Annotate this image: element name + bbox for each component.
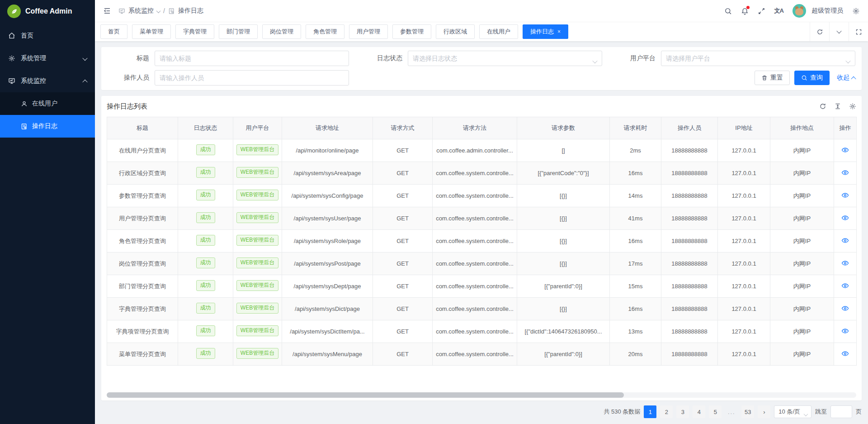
- cell-handler: com.coffee.system.controlle...: [433, 207, 517, 230]
- page-number-button[interactable]: 3: [676, 405, 689, 418]
- breadcrumb-parent[interactable]: 系统监控: [128, 7, 154, 15]
- table-tools: [819, 103, 856, 110]
- title-input[interactable]: [155, 51, 349, 66]
- maximize-icon[interactable]: [849, 22, 868, 41]
- page-number-button[interactable]: ...: [725, 405, 738, 418]
- cell-operator: 18888888888: [661, 185, 718, 207]
- user-name[interactable]: 超级管理员: [811, 7, 843, 15]
- search-icon[interactable]: [724, 7, 732, 15]
- view-detail-button[interactable]: [834, 252, 857, 275]
- cell-title: 部门管理分页查询: [107, 275, 178, 298]
- view-detail-button[interactable]: [834, 230, 857, 252]
- user-platform-select[interactable]: [661, 51, 855, 66]
- scrollbar-thumb[interactable]: [107, 392, 624, 398]
- page-number-button[interactable]: 5: [709, 405, 722, 418]
- view-detail-button[interactable]: [834, 298, 857, 320]
- view-detail-button[interactable]: [834, 162, 857, 185]
- topbar: 系统监控 / 操作日志 文A 超级管理员: [95, 0, 868, 22]
- chevron-down-icon[interactable]: [829, 22, 849, 41]
- eye-icon: [841, 259, 849, 267]
- cell-request-method: GET: [373, 230, 433, 252]
- view-detail-button[interactable]: [834, 343, 857, 366]
- cell-status: 成功: [178, 185, 233, 207]
- next-page-button[interactable]: ›: [758, 405, 770, 418]
- horizontal-scrollbar[interactable]: [107, 392, 856, 398]
- tab[interactable]: 岗位管理: [262, 24, 301, 39]
- view-detail-button[interactable]: [834, 320, 857, 343]
- row-height-icon[interactable]: [834, 103, 841, 110]
- tab[interactable]: 角色管理: [306, 24, 344, 39]
- cell-location: 内网IP: [770, 343, 834, 366]
- gear-icon[interactable]: [849, 103, 856, 110]
- chevron-up-icon: [852, 74, 855, 81]
- translate-icon[interactable]: 文A: [774, 7, 783, 15]
- avatar[interactable]: [793, 4, 806, 18]
- cell-ip: 127.0.0.1: [718, 162, 770, 185]
- tab[interactable]: 参数管理: [392, 24, 431, 39]
- cell-operator: 18888888888: [661, 252, 718, 275]
- reset-button[interactable]: 重置: [755, 71, 790, 85]
- chevron-down-icon: [157, 7, 160, 14]
- tab[interactable]: 菜单管理: [132, 24, 171, 39]
- notification-bell-icon[interactable]: [741, 7, 749, 15]
- cell-title: 菜单管理分页查询: [107, 343, 178, 366]
- view-detail-button[interactable]: [834, 275, 857, 298]
- column-header: 日志状态: [178, 117, 233, 139]
- collapse-sidebar-icon[interactable]: [103, 7, 111, 15]
- search-button[interactable]: 查询: [794, 71, 830, 85]
- sidebar-item-operation-log[interactable]: 操作日志: [0, 115, 95, 138]
- tab[interactable]: 首页: [100, 24, 127, 39]
- refresh-icon[interactable]: [819, 103, 826, 110]
- cell-request-method: GET: [373, 162, 433, 185]
- view-detail-button[interactable]: [834, 139, 857, 162]
- sidebar-item-system-management[interactable]: 系统管理: [0, 47, 95, 70]
- tab-close-icon[interactable]: ×: [557, 29, 561, 34]
- tab[interactable]: 在线用户: [479, 24, 518, 39]
- page-number-button[interactable]: 1: [644, 405, 656, 418]
- filter-panel: 标题 日志状态 用户平台: [101, 47, 862, 90]
- view-detail-button[interactable]: [834, 207, 857, 230]
- gear-icon: [8, 55, 15, 62]
- tab[interactable]: 字典管理: [175, 24, 214, 39]
- cell-location: 内网IP: [770, 185, 834, 207]
- refresh-icon[interactable]: [810, 22, 829, 41]
- platform-badge: WEB管理后台: [236, 348, 278, 359]
- page-number-button[interactable]: 53: [741, 405, 754, 418]
- tab[interactable]: 部门管理: [219, 24, 258, 39]
- jump-page-input[interactable]: [830, 405, 852, 418]
- cell-duration: 16ms: [610, 162, 661, 185]
- sidebar-item-system-monitor[interactable]: 系统监控: [0, 70, 95, 92]
- tab[interactable]: 操作日志 ×: [523, 24, 568, 39]
- sidebar-item-online-users[interactable]: 在线用户: [0, 92, 95, 115]
- table-row: 字典管理分页查询 成功 WEB管理后台 /api/system/sysDict/…: [107, 298, 857, 320]
- gear-icon[interactable]: [852, 7, 860, 15]
- table-row: 岗位管理分页查询 成功 WEB管理后台 /api/system/sysPost/…: [107, 252, 857, 275]
- cell-operator: 18888888888: [661, 162, 718, 185]
- log-status-select[interactable]: [408, 51, 602, 66]
- view-detail-button[interactable]: [834, 185, 857, 207]
- table-row: 在线用户分页查询 成功 WEB管理后台 /api/monitor/online/…: [107, 139, 857, 162]
- app-logo[interactable]: Coffee Admin: [0, 0, 95, 23]
- sidebar-item-home[interactable]: 首页: [0, 24, 95, 47]
- cell-duration: 2ms: [610, 139, 661, 162]
- cell-params: [{}]: [517, 252, 610, 275]
- sidebar-item-label: 系统管理: [21, 54, 46, 62]
- operator-input[interactable]: [155, 70, 349, 86]
- page-size-select[interactable]: 10 条/页: [774, 405, 811, 418]
- page-number-button[interactable]: 2: [660, 405, 673, 418]
- tab-label: 字典管理: [183, 28, 207, 36]
- fullscreen-icon[interactable]: [758, 7, 765, 15]
- collapse-filter-link[interactable]: 收起: [837, 74, 855, 82]
- cell-operator: 18888888888: [661, 275, 718, 298]
- cell-platform: WEB管理后台: [233, 207, 282, 230]
- table-empty-space: [107, 366, 856, 392]
- page-number-button[interactable]: 4: [693, 405, 705, 418]
- platform-badge: WEB管理后台: [236, 325, 278, 336]
- pagination: 共 530 条数据 12345...53 › 10 条/页 跳至 页: [101, 405, 862, 419]
- tab[interactable]: 行政区域: [436, 24, 475, 39]
- app-title: Coffee Admin: [25, 7, 72, 15]
- column-header: 请求方式: [373, 117, 433, 139]
- tab[interactable]: 用户管理: [349, 24, 388, 39]
- sidebar-menu: 首页 系统管理 系统监控 在线用户 操作日志: [0, 24, 95, 138]
- cell-request-url: /api/system/sysUser/page: [282, 207, 373, 230]
